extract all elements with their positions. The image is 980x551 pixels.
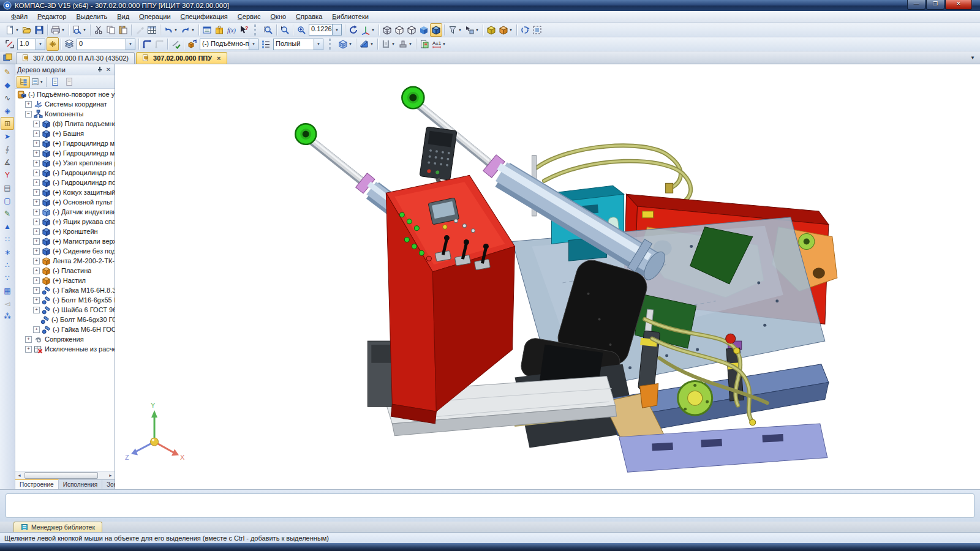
step-value-combo[interactable]: 1.0▼ bbox=[17, 39, 45, 50]
surface-icon[interactable]: ◈ bbox=[1, 104, 14, 117]
sketch-check-button[interactable] bbox=[170, 37, 182, 51]
tree-expander[interactable]: + bbox=[33, 170, 40, 176]
tree-row[interactable]: +(+) Кожух защитный bbox=[15, 187, 115, 197]
tree-structure-button[interactable] bbox=[17, 76, 30, 88]
chevron-down-icon[interactable]: ▼ bbox=[126, 39, 135, 50]
layer-value-combo[interactable]: 0▼ bbox=[77, 39, 135, 50]
view-hidden-removed-button[interactable] bbox=[405, 23, 418, 37]
solid-wedge-button[interactable]: ▼ bbox=[358, 37, 375, 51]
tree-row[interactable]: +(+) Магистрали верх bbox=[15, 236, 115, 246]
menu-item[interactable]: Вид bbox=[112, 12, 134, 21]
solid-body-icon[interactable]: ◆ bbox=[1, 78, 14, 91]
tree-row[interactable]: +(-) Гайка М16-6Н.8.35 bbox=[15, 285, 115, 295]
tree-expander[interactable]: + bbox=[33, 179, 40, 186]
struct-view-button[interactable] bbox=[260, 37, 272, 51]
tree-row[interactable]: +(+) Настил bbox=[15, 276, 115, 285]
pin-icon[interactable] bbox=[96, 66, 104, 73]
base-frame[interactable] bbox=[603, 364, 829, 472]
menu-item[interactable]: Выделить bbox=[71, 12, 112, 21]
fx-button[interactable]: f(x) bbox=[225, 23, 238, 37]
chevron-down-icon[interactable]: ▼ bbox=[332, 24, 341, 35]
snap-button[interactable] bbox=[47, 37, 59, 51]
tree-row[interactable]: +Системы координат bbox=[15, 99, 115, 109]
copy-button[interactable] bbox=[105, 23, 117, 37]
detail-value-combo[interactable]: Полный▼ bbox=[273, 39, 323, 50]
property-bar-input-area[interactable] bbox=[6, 493, 974, 518]
tree-expander[interactable]: + bbox=[33, 130, 40, 137]
menu-item[interactable]: Операции bbox=[134, 12, 175, 21]
array-grid-icon[interactable]: ∷ bbox=[1, 233, 14, 246]
extrude-icon[interactable]: ▲ bbox=[1, 220, 14, 233]
orientation-button[interactable]: ▼ bbox=[360, 23, 377, 37]
view-hidden-thin-button[interactable] bbox=[393, 23, 405, 37]
tree-row[interactable]: +(+) Ящик рукава спа bbox=[15, 217, 115, 227]
chevron-down-icon[interactable]: ▼ bbox=[314, 39, 323, 50]
hatch-cube-button[interactable]: ▼ bbox=[337, 37, 354, 51]
document-tab[interactable]: 307.00.00.000 П АЛ-30 (43502) bbox=[16, 52, 135, 64]
menu-item[interactable]: Справка bbox=[291, 12, 327, 21]
tree-expander[interactable]: + bbox=[33, 160, 40, 167]
tree-row[interactable]: (-) Подъёмно-поворот ное ус bbox=[15, 89, 115, 99]
library-manager-tab[interactable]: Менеджер библиотек bbox=[13, 522, 102, 532]
tree-row[interactable]: +(-) Гайка М6-6Н ГОС bbox=[15, 324, 115, 334]
hint-button[interactable] bbox=[213, 23, 225, 37]
print-button[interactable]: ▼ bbox=[50, 23, 67, 37]
scroll-left-arrow[interactable]: ◄ bbox=[15, 473, 23, 478]
doc-step-button[interactable] bbox=[4, 37, 16, 51]
tree-row[interactable]: +(-) Гидроцилиндр по bbox=[15, 178, 115, 187]
undo-button[interactable]: ▼ bbox=[162, 23, 179, 37]
macro-frame-button[interactable] bbox=[531, 23, 543, 37]
points-icon[interactable]: ∵ bbox=[1, 271, 14, 284]
spreadsheet-button[interactable] bbox=[146, 23, 158, 37]
spec-doc-button[interactable] bbox=[418, 37, 431, 51]
section-view-button[interactable] bbox=[485, 23, 497, 37]
component-context-button[interactable] bbox=[186, 37, 198, 51]
tree-expander[interactable]: + bbox=[33, 228, 40, 235]
3d-model[interactable]: Y X Z bbox=[115, 64, 980, 489]
tree-row[interactable]: +(-) Шайба 6 ГОСТ 964 bbox=[15, 305, 115, 315]
zoom-scale-combo[interactable]: 0.1226▼ bbox=[309, 24, 342, 36]
curve-icon[interactable]: ∴ bbox=[1, 258, 14, 271]
tree-tab-item[interactable]: Исполнения bbox=[59, 480, 102, 489]
tree-expander[interactable]: + bbox=[33, 277, 40, 284]
array-table-icon[interactable]: ▦ bbox=[1, 284, 14, 297]
tree-expander[interactable]: + bbox=[25, 336, 32, 343]
quick-select-button[interactable]: ▼ bbox=[447, 23, 464, 37]
minimize-button[interactable]: — bbox=[907, 0, 925, 10]
rotate-view-button[interactable] bbox=[519, 23, 531, 37]
tree-expander[interactable]: + bbox=[33, 121, 40, 127]
tree-expander[interactable]: + bbox=[33, 238, 40, 245]
tree-expander[interactable]: + bbox=[33, 326, 40, 333]
tree-row[interactable]: +(+) Кронштейн bbox=[15, 227, 115, 236]
edit-component-icon[interactable]: ✎ bbox=[1, 66, 14, 78]
view-shaded-edges-button[interactable] bbox=[430, 23, 442, 37]
tab-overflow-arrow[interactable]: ▼ bbox=[970, 55, 975, 61]
menu-item[interactable]: Окно bbox=[266, 12, 292, 21]
tab-close-icon[interactable]: × bbox=[217, 54, 221, 62]
filter-icon[interactable]: Y bbox=[1, 168, 14, 181]
tree-doc-params-button[interactable] bbox=[48, 76, 62, 88]
tree-row[interactable]: +(+) Гидроцилиндр м bbox=[15, 138, 115, 148]
tree-horizontal-scrollbar[interactable]: ◄ ► bbox=[15, 471, 115, 479]
menu-item[interactable]: Библиотеки bbox=[327, 12, 374, 21]
plane-icon[interactable]: ▢ bbox=[1, 194, 14, 207]
tree-row[interactable]: +(+) Гидроцилиндр м bbox=[15, 148, 115, 158]
tree-row[interactable]: +(+) Основной пульт у bbox=[15, 197, 115, 207]
open-document-button[interactable] bbox=[21, 23, 33, 37]
macros-icon[interactable]: ⁂ bbox=[1, 310, 14, 323]
array-circular-icon[interactable]: ∗ bbox=[1, 246, 14, 258]
quick-hide-button[interactable]: ▼ bbox=[464, 23, 481, 37]
document-tab[interactable]: 307.02.00.000 ППУ× bbox=[136, 52, 227, 64]
tree-row[interactable]: +Исключенные из расчет bbox=[15, 344, 115, 354]
measure-icon[interactable]: ∡ bbox=[1, 156, 14, 168]
zoom-in-button[interactable] bbox=[295, 23, 307, 37]
tree-tab-active[interactable]: Построение bbox=[15, 479, 59, 489]
panel-switcher-icon[interactable] bbox=[3, 53, 12, 62]
sketch-icon[interactable]: ✎ bbox=[1, 207, 14, 220]
sketch-corner-button[interactable] bbox=[141, 37, 153, 51]
scroll-right-arrow[interactable]: ► bbox=[107, 473, 115, 478]
tree-row[interactable]: +(+) Сидение без под bbox=[15, 246, 115, 256]
menu-item[interactable]: Сервис bbox=[233, 12, 266, 21]
direct-move-icon[interactable]: ➤ bbox=[1, 130, 14, 143]
new-document-button[interactable]: ▼ bbox=[4, 23, 21, 37]
